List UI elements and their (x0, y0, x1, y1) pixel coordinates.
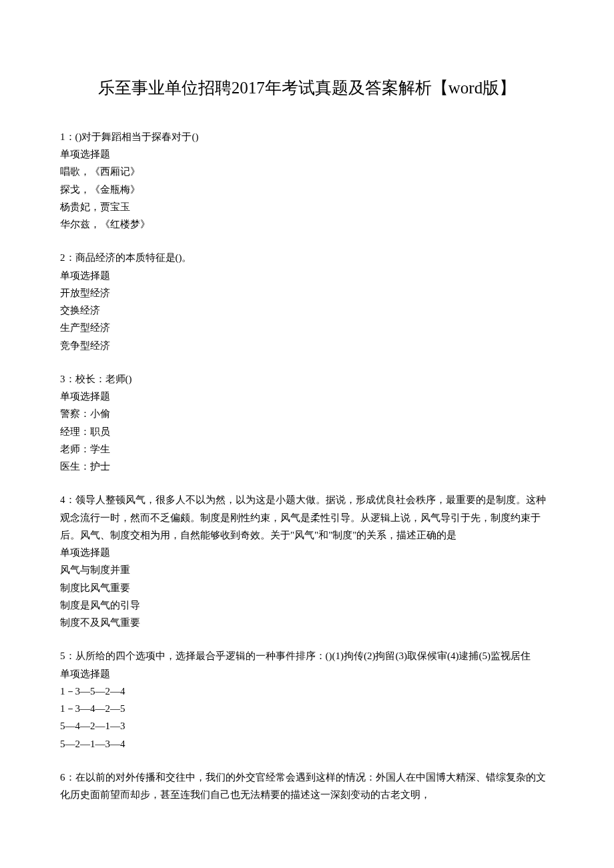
question-option: 制度不及风气重要 (60, 614, 554, 631)
question-option: 5—2—1—3—4 (60, 735, 554, 753)
question-option: 杨贵妃，贾宝玉 (60, 198, 554, 215)
question-block: 5：从所给的四个选项中，选择最合乎逻辑的一种事件排序：()(1)拘传(2)拘留(… (60, 647, 554, 753)
question-stem: 6：在以前的对外传播和交往中，我们的外交官经常会遇到这样的情况：外国人在中国博大… (60, 769, 554, 804)
questions-container: 1：()对于舞蹈相当于探春对于()单项选择题唱歌，《西厢记》探戈，《金瓶梅》杨贵… (60, 128, 554, 804)
question-option: 华尔兹，《红楼梦》 (60, 215, 554, 233)
question-stem: 1：()对于舞蹈相当于探春对于() (60, 128, 554, 145)
question-option: 医生：护士 (60, 458, 554, 475)
question-block: 1：()对于舞蹈相当于探春对于()单项选择题唱歌，《西厢记》探戈，《金瓶梅》杨贵… (60, 128, 554, 234)
question-type: 单项选择题 (60, 544, 554, 561)
question-option: 唱歌，《西厢记》 (60, 163, 554, 180)
question-stem: 4：领导人整顿风气，很多人不以为然，以为这是小题大做。据说，形成优良社会秩序，最… (60, 491, 554, 544)
question-option: 1－3—5—2—4 (60, 683, 554, 700)
question-block: 2：商品经济的本质特征是()。单项选择题开放型经济交换经济生产型经济竞争型经济 (60, 249, 554, 354)
question-stem: 5：从所给的四个选项中，选择最合乎逻辑的一种事件排序：()(1)拘传(2)拘留(… (60, 647, 554, 665)
question-option: 风气与制度并重 (60, 561, 554, 578)
question-block: 4：领导人整顿风气，很多人不以为然，以为这是小题大做。据说，形成优良社会秩序，最… (60, 491, 554, 631)
question-option: 5—4—2—1—3 (60, 717, 554, 735)
question-option: 交换经济 (60, 302, 554, 319)
question-type: 单项选择题 (60, 267, 554, 284)
page-title: 乐至事业单位招聘2017年考试真题及答案解析【word版】 (60, 73, 554, 103)
question-stem: 3：校长：老师() (60, 370, 554, 388)
question-option: 经理：职员 (60, 423, 554, 440)
question-type: 单项选择题 (60, 388, 554, 405)
question-option: 制度是风气的引导 (60, 596, 554, 614)
question-option: 制度比风气重要 (60, 579, 554, 596)
question-option: 生产型经济 (60, 319, 554, 336)
question-stem: 2：商品经济的本质特征是()。 (60, 249, 554, 266)
question-option: 1－3—4—2—5 (60, 700, 554, 717)
question-option: 探戈，《金瓶梅》 (60, 181, 554, 198)
question-block: 3：校长：老师()单项选择题警察：小偷经理：职员老师：学生医生：护士 (60, 370, 554, 476)
question-type: 单项选择题 (60, 665, 554, 683)
question-option: 竞争型经济 (60, 337, 554, 354)
question-option: 开放型经济 (60, 284, 554, 302)
question-option: 警察：小偷 (60, 405, 554, 422)
question-block: 6：在以前的对外传播和交往中，我们的外交官经常会遇到这样的情况：外国人在中国博大… (60, 769, 554, 804)
question-type: 单项选择题 (60, 145, 554, 163)
question-option: 老师：学生 (60, 440, 554, 458)
